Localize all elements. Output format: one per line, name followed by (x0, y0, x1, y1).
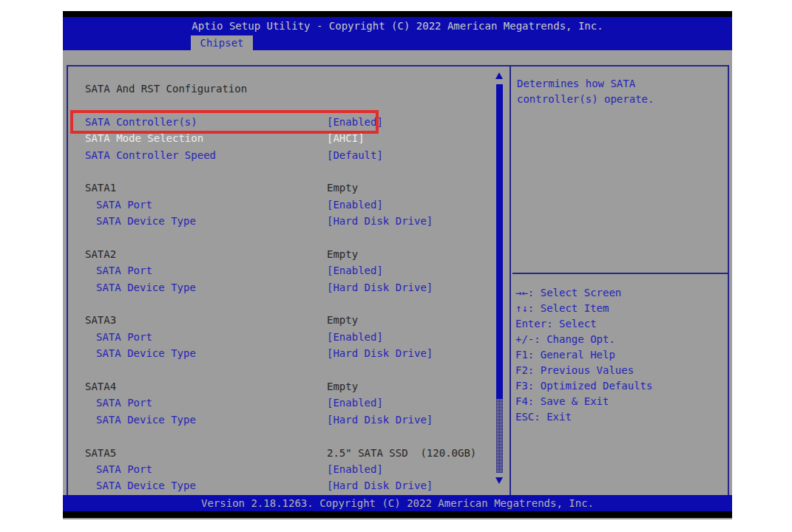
menu-row[interactable]: SATA Port[Enabled] (68, 461, 493, 477)
menu-item-value: [Default] (327, 147, 383, 163)
footer-band: Version 2.18.1263. Copyright (C) 2022 Am… (63, 495, 732, 511)
bios-screen: Aptio Setup Utility - Copyright (C) 2022… (63, 11, 732, 519)
menu-row: SATA3Empty (68, 312, 493, 328)
legend-item: +/-: Change Opt. (515, 332, 652, 347)
menu-row: SATA And RST Configuration (68, 81, 493, 97)
menu-row-spacer (68, 296, 493, 312)
menu-row-spacer (68, 230, 493, 246)
key-legend: →←: Select Screen↑↓: Select ItemEnter: S… (515, 285, 652, 425)
menu-item-label: SATA1 (85, 180, 116, 196)
menu-item-value: [Enabled] (327, 262, 383, 279)
menu-item-label: SATA Port (96, 262, 152, 279)
menu-item-value: Empty (327, 180, 358, 196)
menu-row-spacer (68, 362, 493, 378)
menu-row[interactable]: SATA Controller Speed[Default] (68, 147, 493, 163)
menu-item-label: SATA Port (96, 329, 152, 345)
menu-item-label: SATA And RST Configuration (85, 81, 247, 97)
legend-item: F4: Save & Exit (515, 394, 652, 409)
menu-row[interactable]: SATA Port[Enabled] (68, 197, 493, 213)
highlight-annotation (70, 110, 379, 134)
legend-item: →←: Select Screen (515, 285, 652, 301)
menu-item-label: SATA Device Type (96, 345, 196, 361)
menu-item-value: Empty (327, 246, 358, 262)
menu-item-label: SATA2 (85, 246, 116, 262)
menu-row[interactable]: SATA Port[Enabled] (68, 262, 493, 279)
menu-row-spacer (68, 428, 493, 444)
menu-row[interactable]: SATA Device Type[Hard Disk Drive] (68, 213, 493, 229)
menu-item-label: SATA4 (85, 378, 116, 395)
menu-item-label: SATA Device Type (96, 412, 196, 428)
legend-item: F1: General Help (515, 347, 652, 363)
menu-item-label: SATA3 (85, 312, 116, 328)
scroll-down-icon[interactable] (495, 477, 503, 484)
menu-row[interactable]: SATA Device Type[Hard Disk Drive] (68, 279, 493, 296)
menu-item-value: 2.5" SATA SSD (120.0GB) (327, 445, 476, 461)
legend-item: F3: Optimized Defaults (515, 378, 652, 394)
menu-item-label: SATA Port (96, 461, 152, 477)
menu-item-label: SATA Controller Speed (85, 147, 216, 163)
legend-item: ↑↓: Select Item (515, 301, 652, 316)
menu-row: SATA2Empty (68, 246, 493, 262)
menu-item-value: [Enabled] (327, 329, 383, 345)
menu-item-value: [Hard Disk Drive] (327, 279, 433, 296)
menu-row[interactable]: SATA Device Type[Hard Disk Drive] (68, 477, 493, 494)
header-title: Aptio Setup Utility - Copyright (C) 2022… (63, 20, 732, 32)
menu-item-label: SATA Port (96, 395, 152, 411)
menu-item-value: [Enabled] (327, 395, 383, 411)
menu-item-value: Empty (327, 312, 358, 328)
legend-item: Enter: Select (515, 316, 652, 332)
menu-row[interactable]: SATA Device Type[Hard Disk Drive] (68, 345, 493, 361)
help-line-1: Determines how SATA (517, 76, 654, 92)
version-text: Version 2.18.1263. Copyright (C) 2022 Am… (63, 497, 732, 509)
menu-item-label: SATA Device Type (96, 213, 196, 229)
help-line-2: controller(s) operate. (517, 92, 654, 107)
tab-chipset[interactable]: Chipset (191, 35, 253, 50)
menu-item-value: [Enabled] (327, 197, 383, 213)
menu-row: SATA52.5" SATA SSD (120.0GB) (68, 445, 493, 461)
menu-item-label: SATA Port (96, 197, 152, 213)
menu-item-value: [Hard Disk Drive] (327, 345, 433, 361)
scrollbar[interactable] (495, 72, 504, 490)
menu-rows: SATA And RST ConfigurationSATA Controlle… (68, 81, 493, 494)
menu-item-value: [Hard Disk Drive] (327, 477, 433, 494)
scrollbar-thumb[interactable] (496, 84, 503, 399)
legend-item: F2: Previous Values (515, 363, 652, 378)
menu-row[interactable]: SATA Port[Enabled] (68, 395, 493, 411)
menu-item-label: SATA Device Type (96, 477, 196, 494)
menu-item-label: SATA Device Type (96, 279, 196, 296)
menu-item-value: [Hard Disk Drive] (327, 213, 433, 229)
menu-row-spacer (68, 163, 493, 180)
menu-item-value: [Enabled] (327, 461, 383, 477)
help-divider (512, 273, 728, 274)
header-band: Aptio Setup Utility - Copyright (C) 2022… (63, 17, 732, 50)
menu-row: SATA1Empty (68, 180, 493, 196)
top-black-strip (63, 11, 732, 17)
help-text: Determines how SATA controller(s) operat… (517, 76, 654, 107)
legend-item: ESC: Exit (515, 409, 652, 425)
help-panel: Determines how SATA controller(s) operat… (511, 66, 729, 496)
bottom-black-strip (63, 511, 732, 518)
menu-row[interactable]: SATA Port[Enabled] (68, 329, 493, 345)
scroll-up-icon[interactable] (495, 72, 503, 79)
scrollbar-track[interactable] (496, 399, 503, 473)
menu-item-value: [Hard Disk Drive] (327, 412, 433, 428)
menu-item-label: SATA5 (85, 445, 116, 461)
menu-item-value: Empty (327, 378, 358, 395)
menu-row: SATA4Empty (68, 378, 493, 395)
menu-row[interactable]: SATA Device Type[Hard Disk Drive] (68, 412, 493, 428)
